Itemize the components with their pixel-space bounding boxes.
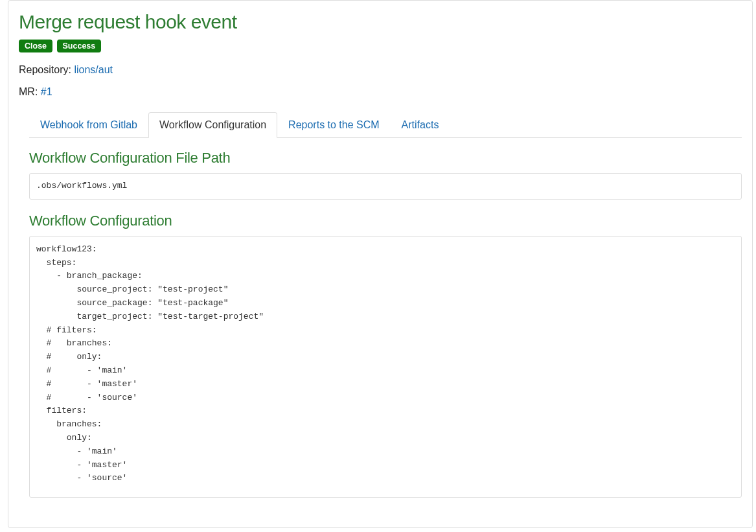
badges-row: Close Success [19, 40, 742, 52]
page-title: Merge request hook event [19, 11, 742, 33]
badge-success: Success [57, 40, 102, 52]
main-panel: Merge request hook event Close Success R… [8, 0, 753, 528]
repository-label: Repository: [19, 64, 74, 75]
tab-workflow-config[interactable]: Workflow Configuration [148, 112, 277, 138]
tab-webhook[interactable]: Webhook from Gitlab [29, 112, 148, 138]
mr-link[interactable]: #1 [41, 86, 52, 97]
file-path-code: .obs/workflows.yml [29, 173, 742, 200]
section-file-path-title: Workflow Configuration File Path [29, 150, 742, 167]
tab-content: Workflow Configuration File Path .obs/wo… [29, 138, 742, 498]
tab-artifacts[interactable]: Artifacts [391, 112, 450, 138]
tab-reports[interactable]: Reports to the SCM [277, 112, 391, 138]
section-config-title: Workflow Configuration [29, 213, 742, 229]
mr-line: MR: #1 [19, 86, 742, 98]
badge-close: Close [19, 40, 52, 52]
repository-line: Repository: lions/aut [19, 64, 742, 76]
tabs: Webhook from Gitlab Workflow Configurati… [29, 112, 742, 138]
repository-link[interactable]: lions/aut [74, 64, 113, 75]
mr-label: MR: [19, 86, 41, 97]
config-code: workflow123: steps: - branch_package: so… [29, 236, 742, 498]
